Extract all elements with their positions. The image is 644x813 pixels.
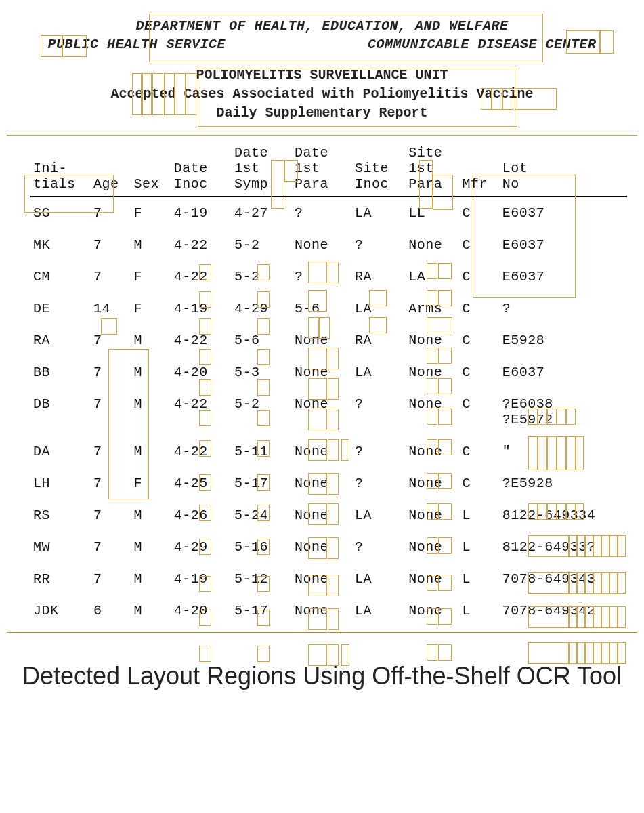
table-row: RA7M4-225-6NoneRANoneCE5928 (30, 325, 627, 356)
table-cell: F (131, 261, 171, 293)
table-cell: C (459, 436, 499, 467)
table-cell: 5-12 (232, 563, 292, 595)
table-cell: None (292, 563, 352, 595)
table-cell: 7 (91, 261, 131, 293)
subheader-line-1: POLIOMYELITIS SURVEILLANCE UNIT (27, 66, 617, 85)
table-cell: 4-25 (171, 467, 232, 499)
table-cell: C (459, 261, 499, 293)
table-cell: 4-20 (171, 595, 232, 627)
table-cell: DE (30, 293, 91, 325)
table-cell: 5-24 (232, 499, 292, 531)
table-cell: E5928 (500, 325, 627, 356)
table-cell: M (131, 325, 171, 356)
table-cell: 5-2 (232, 261, 292, 293)
table-cell: 6 (91, 595, 131, 627)
table-cell: LA (352, 196, 406, 229)
table-cell: F (131, 467, 171, 499)
table-cell: 7 (91, 563, 131, 595)
table-cell: LA (406, 261, 459, 293)
table-cell: 4-19 (171, 293, 232, 325)
table-cell: L (459, 531, 499, 563)
table-cell: 7078-649342 (500, 595, 627, 627)
table-cell: ? (352, 467, 406, 499)
subheader-line-3: Daily Supplementary Report (27, 104, 617, 123)
table-cell: 4-22 (171, 229, 232, 261)
table-cell: MW (30, 531, 91, 563)
table-cell: LA (352, 356, 406, 388)
document-page: DEPARTMENT OF HEALTH, EDUCATION, AND WEL… (0, 0, 644, 720)
table-cell: DB (30, 388, 91, 436)
table-cell: ?E5928 (500, 467, 627, 499)
table-row: JDK6M4-205-17NoneLANoneL7078-649342 (30, 595, 627, 627)
table-cell: L (459, 563, 499, 595)
table-cell: RR (30, 563, 91, 595)
table-cell: 4-22 (171, 325, 232, 356)
table-cell: M (131, 499, 171, 531)
table-container: Ini- tials Age Sex Date Inoc Date 1st Sy… (0, 136, 644, 632)
table-cell: 5-6 (292, 293, 352, 325)
table-cell: None (292, 499, 352, 531)
table-cell: None (406, 499, 459, 531)
table-row: LH7F4-255-17None?NoneC?E5928 (30, 467, 627, 499)
table-cell: LA (352, 499, 406, 531)
table-cell: ? (352, 388, 406, 436)
table-row: MW7M4-295-16None?NoneL8122-64933? (30, 531, 627, 563)
table-cell: 4-22 (171, 436, 232, 467)
subheader-line-2: Accepted Cases Associated with Poliomyel… (27, 85, 617, 104)
table-cell: LA (352, 563, 406, 595)
col-lot-no: Lot No (500, 142, 627, 196)
header-line-2-right: COMMUNICABLE DISEASE CENTER (368, 35, 597, 54)
table-cell: 4-22 (171, 261, 232, 293)
table-row: SG7F4-194-27?LALLCE6037 (30, 196, 627, 229)
cases-table: Ini- tials Age Sex Date Inoc Date 1st Sy… (30, 142, 627, 627)
table-cell: E6037 (500, 229, 627, 261)
table-cell: ? (500, 293, 627, 325)
table-cell: None (406, 356, 459, 388)
table-cell: None (406, 467, 459, 499)
table-cell: E6037 (500, 196, 627, 229)
table-row: CM7F4-225-2?RALACE6037 (30, 261, 627, 293)
table-cell: C (459, 388, 499, 436)
table-cell: None (292, 388, 352, 436)
table-cell: C (459, 325, 499, 356)
table-cell: 7 (91, 388, 131, 436)
table-row: RR7M4-195-12NoneLANoneL7078-649343 (30, 563, 627, 595)
table-cell: None (292, 531, 352, 563)
table-cell: 5-17 (232, 595, 292, 627)
table-cell: None (406, 595, 459, 627)
table-header-row: Ini- tials Age Sex Date Inoc Date 1st Sy… (30, 142, 627, 196)
table-cell: 7 (91, 436, 131, 467)
document-header: DEPARTMENT OF HEALTH, EDUCATION, AND WEL… (0, 17, 644, 62)
table-row: BB7M4-205-3NoneLANoneCE6037 (30, 356, 627, 388)
table-cell: 5-11 (232, 436, 292, 467)
table-cell: 5-2 (232, 388, 292, 436)
table-cell: LA (352, 595, 406, 627)
table-cell: 4-29 (171, 531, 232, 563)
table-cell: None (406, 563, 459, 595)
table-cell: M (131, 595, 171, 627)
table-cell: LL (406, 196, 459, 229)
table-cell: 5-17 (232, 467, 292, 499)
table-cell: 7 (91, 499, 131, 531)
table-cell: L (459, 499, 499, 531)
table-cell: 7 (91, 196, 131, 229)
table-cell: MK (30, 229, 91, 261)
table-cell: 7 (91, 229, 131, 261)
table-cell: F (131, 293, 171, 325)
table-cell: E6037 (500, 356, 627, 388)
table-cell: 14 (91, 293, 131, 325)
table-cell: JDK (30, 595, 91, 627)
col-age: Age (91, 142, 131, 196)
table-cell: 4-19 (171, 563, 232, 595)
table-row: MK7M4-225-2None?NoneCE6037 (30, 229, 627, 261)
table-row: DE14F4-194-295-6LAArmsC? (30, 293, 627, 325)
table-cell: LH (30, 467, 91, 499)
table-cell: ? (352, 436, 406, 467)
header-line-2-left: PUBLIC HEALTH SERVICE (47, 35, 226, 54)
table-cell: 7 (91, 531, 131, 563)
table-cell: ?E6038 ?E5972 (500, 388, 627, 436)
table-cell: M (131, 388, 171, 436)
table-cell: E6037 (500, 261, 627, 293)
figure-caption: Detected Layout Regions Using Off-the-Sh… (0, 633, 644, 720)
table-cell: Arms (406, 293, 459, 325)
